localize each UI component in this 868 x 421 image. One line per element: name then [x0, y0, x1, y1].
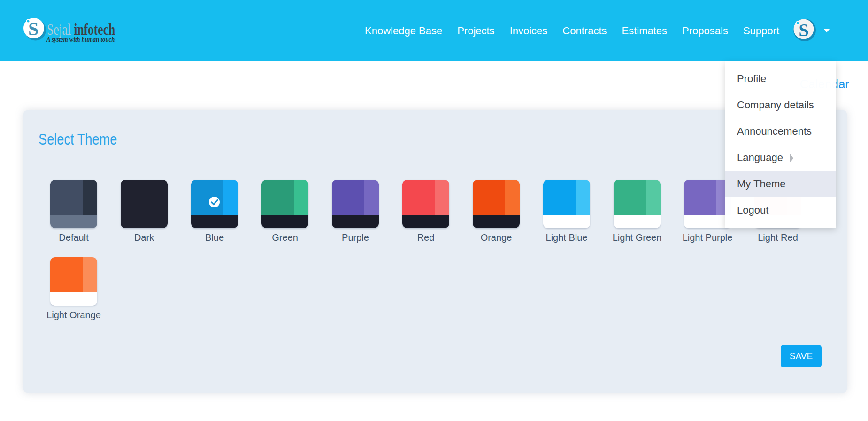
svg-text:S: S — [28, 18, 38, 39]
svg-text:S: S — [799, 19, 809, 39]
